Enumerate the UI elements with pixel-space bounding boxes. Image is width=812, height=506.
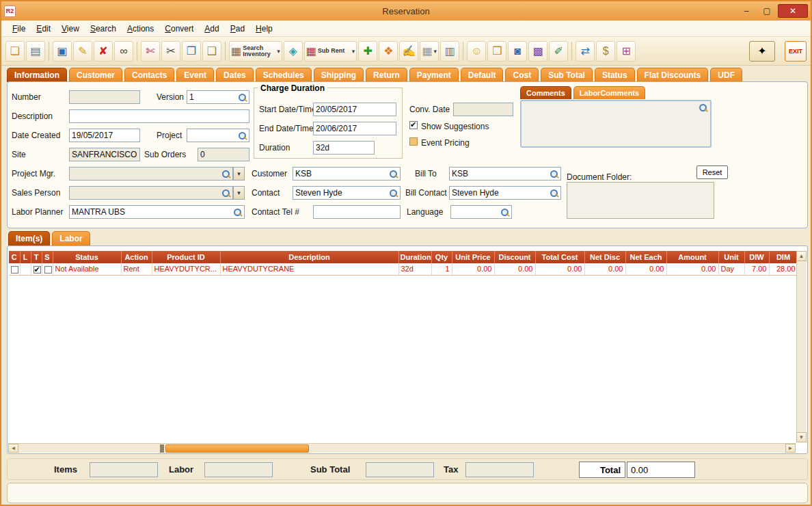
project-field[interactable] <box>187 129 249 142</box>
find-binoculars-icon[interactable]: ∞ <box>114 41 133 62</box>
sales-person-field[interactable] <box>69 186 233 200</box>
column-header-s[interactable]: S <box>42 251 53 263</box>
tab-contacts[interactable]: Contacts <box>124 68 174 82</box>
summary-total-field[interactable]: 0.00 <box>627 462 695 478</box>
menu-item-file[interactable]: File <box>7 22 31 36</box>
maximize-button[interactable]: ▢ <box>757 4 776 18</box>
paste-icon[interactable]: ❑ <box>202 41 221 62</box>
project-mgr-dropdown[interactable]: ▾ <box>233 167 245 181</box>
tab-information[interactable]: Information <box>7 68 67 82</box>
reset-button[interactable]: Reset <box>696 165 728 179</box>
summary-labor-field[interactable] <box>204 462 273 477</box>
search-icon[interactable] <box>500 208 509 217</box>
row-checkbox-checked[interactable] <box>33 266 41 274</box>
close-button[interactable]: ✕ <box>778 4 808 18</box>
package-icon[interactable]: ❒ <box>487 41 506 62</box>
sales-person-dropdown[interactable]: ▾ <box>233 186 245 200</box>
row-checkbox[interactable] <box>11 266 18 274</box>
tab-payment[interactable]: Payment <box>409 68 459 82</box>
column-header-action[interactable]: Action <box>121 251 152 263</box>
scroll-right-button[interactable]: ► <box>785 444 796 453</box>
column-header-qty[interactable]: Qty <box>431 251 452 263</box>
checkbox-cell[interactable] <box>9 263 20 275</box>
menu-item-add[interactable]: Add <box>199 22 224 36</box>
tab-schedules[interactable]: Schedules <box>256 68 312 82</box>
ship-disc-icon[interactable]: ◙ <box>508 41 527 62</box>
summary-tax-field[interactable] <box>465 462 534 477</box>
menu-item-pad[interactable]: Pad <box>225 22 250 36</box>
project-mgr-field[interactable] <box>69 167 233 181</box>
column-header-net-each[interactable]: Net Each <box>625 251 666 263</box>
column-header-description[interactable]: Description <box>220 251 398 263</box>
tab-default[interactable]: Default <box>461 68 504 82</box>
column-header-unit-price[interactable]: Unit Price <box>452 251 494 263</box>
vertical-scrollbar[interactable]: ▲ ▼ <box>796 251 807 442</box>
scroll-left-button[interactable]: ◄ <box>8 444 18 453</box>
row-checkbox[interactable] <box>44 266 52 274</box>
menu-item-edit[interactable]: Edit <box>31 22 56 36</box>
search-icon[interactable] <box>389 170 398 178</box>
tab-flat-discounts[interactable]: Flat Discounts <box>637 68 709 82</box>
tab-comments[interactable]: Comments <box>520 86 571 99</box>
search-icon[interactable] <box>389 189 398 198</box>
search-inventory-button[interactable]: ▦Search Inventory▾ <box>229 41 282 62</box>
search-icon[interactable] <box>550 189 558 198</box>
menu-item-convert[interactable]: Convert <box>159 22 199 36</box>
tab-laborcomments[interactable]: LaborComments <box>573 86 645 99</box>
dropdown-arrow-icon[interactable]: ▾ <box>352 48 355 55</box>
print-report-icon[interactable]: ▥ <box>440 41 459 62</box>
comments-box[interactable] <box>520 100 712 148</box>
edit-doc-icon[interactable]: ✐ <box>549 41 568 62</box>
save-icon[interactable]: ▣ <box>53 41 72 62</box>
checkbox-cell[interactable] <box>42 263 53 275</box>
checkbox-cell[interactable] <box>31 263 42 275</box>
sub-rent-button[interactable]: ▦Sub Rent▾ <box>304 41 357 62</box>
tab-sub-total[interactable]: Sub Total <box>541 68 593 82</box>
document-folder-box[interactable] <box>567 182 714 219</box>
column-header-discount[interactable]: Discount <box>494 251 535 263</box>
tab-return[interactable]: Return <box>366 68 407 82</box>
customer-smiley-icon[interactable]: ☺ <box>467 41 486 62</box>
summary-items-field[interactable] <box>90 462 158 477</box>
menu-item-actions[interactable]: Actions <box>122 22 159 36</box>
search-icon[interactable] <box>221 189 230 198</box>
language-field[interactable] <box>450 205 512 219</box>
menu-item-search[interactable]: Search <box>85 22 122 36</box>
show-suggestions-checkbox[interactable] <box>409 121 418 129</box>
summary-subtotal-field[interactable] <box>366 462 434 477</box>
edit-pencil-icon[interactable]: ✎ <box>73 41 92 62</box>
scroll-up-button[interactable]: ▲ <box>796 251 807 261</box>
search-icon[interactable] <box>550 170 558 178</box>
bill-to-field[interactable]: KSB <box>449 167 561 181</box>
column-header-unit[interactable]: Unit <box>718 251 744 263</box>
payment-dollar-icon[interactable]: $ <box>596 41 615 62</box>
duration-field[interactable]: 32d <box>313 141 375 155</box>
tab-cost[interactable]: Cost <box>505 68 539 82</box>
start-date-field[interactable]: 20/05/2017 <box>313 103 396 116</box>
new-document-icon[interactable]: ❏ <box>5 41 25 62</box>
tab-dates[interactable]: Dates <box>216 68 254 82</box>
cut-special-icon[interactable]: ✄ <box>141 41 160 62</box>
sub-orders-field[interactable]: 0 <box>198 148 249 161</box>
cart-icon[interactable]: ⊞ <box>617 41 636 62</box>
version-field[interactable]: 1 <box>187 90 249 104</box>
search-icon[interactable] <box>238 93 247 102</box>
scroll-down-button[interactable]: ▼ <box>796 432 807 442</box>
column-header-c[interactable]: C <box>9 251 20 263</box>
column-splitter-handle[interactable] <box>160 444 164 453</box>
products-cube-icon[interactable]: ▩ <box>528 41 547 62</box>
search-icon[interactable] <box>221 170 230 178</box>
delete-icon[interactable]: ✘ <box>94 41 113 62</box>
contact-tel-field[interactable] <box>313 205 401 219</box>
end-date-field[interactable]: 20/06/2017 <box>313 122 396 135</box>
labor-planner-field[interactable]: MANTRA UBS <box>69 205 245 219</box>
tab-shipping[interactable]: Shipping <box>314 68 364 82</box>
menu-item-help[interactable]: Help <box>250 22 278 36</box>
add-item-icon[interactable]: ✚ <box>358 41 377 62</box>
horizontal-scrollbar[interactable]: ◄ ► <box>8 443 796 453</box>
column-header-amount[interactable]: Amount <box>666 251 718 263</box>
description-field[interactable] <box>69 109 249 123</box>
refresh-icon[interactable]: ⇄ <box>576 41 595 62</box>
conv-date-field[interactable] <box>453 103 513 116</box>
table-row[interactable]: Not AvailableRentHEAVYDUTYCR...HEAVYDUTY… <box>9 263 798 275</box>
